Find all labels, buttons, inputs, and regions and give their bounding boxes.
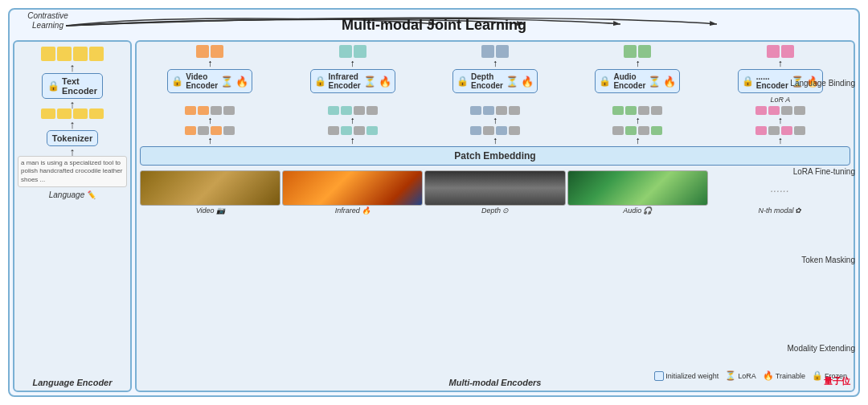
bowtie-icon-depth: ⏳ bbox=[506, 76, 518, 88]
nth-mask-2 bbox=[768, 126, 780, 135]
legend-trainable-label: Trainable bbox=[776, 372, 805, 380]
infrared-lora-2 bbox=[341, 106, 352, 115]
encoder-boxes-row: 🔒 VideoEncoder ⏳ 🔥 🔒 InfraredEncoder ⏳ 🔥 bbox=[140, 69, 850, 93]
lang-block-2 bbox=[57, 47, 72, 61]
language-text: Language bbox=[49, 190, 85, 199]
infrared-lora-4 bbox=[366, 106, 378, 115]
infrared-out-2 bbox=[354, 45, 366, 58]
bowtie-icon-audio: ⏳ bbox=[648, 76, 661, 88]
video-encoder-col: 🔒 VideoEncoder ⏳ 🔥 bbox=[140, 69, 280, 93]
lang-block-4 bbox=[89, 47, 104, 61]
nth-out-2 bbox=[781, 45, 794, 58]
bowtie-icon-video: ⏳ bbox=[220, 76, 233, 88]
audio-encoder-label: AudioEncoder bbox=[613, 72, 645, 90]
tokenizer-box: Tokenizer bbox=[47, 130, 99, 146]
legend-frozen-icon: 🔒 bbox=[812, 370, 823, 381]
nth-thumb-box: ...... N-th modal ✿ bbox=[710, 170, 850, 386]
nth-mask-1 bbox=[755, 126, 767, 135]
video-mask-col bbox=[140, 126, 280, 135]
v-arr-video: ↑ bbox=[140, 58, 280, 69]
page-title: Multi-modal Joint Learning bbox=[342, 17, 526, 34]
infrared-thumb-label: Infrared bbox=[335, 207, 360, 215]
depth-encoder-col: 🔒 DepthEncoder ⏳ 🔥 bbox=[425, 69, 565, 93]
video-encoder-box: 🔒 VideoEncoder ⏳ 🔥 bbox=[167, 69, 252, 93]
video-mask-1 bbox=[185, 126, 196, 135]
audio-lora-3 bbox=[638, 106, 649, 115]
infrared-lora-3 bbox=[354, 106, 365, 115]
video-camera-icon: 📷 bbox=[216, 207, 225, 215]
nth-lora-4 bbox=[794, 106, 805, 115]
output-blocks-row bbox=[140, 45, 850, 58]
video-lora-2 bbox=[198, 106, 209, 115]
audio-out-2 bbox=[638, 45, 651, 58]
fire-icon-audio: 🔥 bbox=[663, 76, 676, 88]
watermark: 量子位 bbox=[824, 375, 850, 387]
depth-encoder-label: DepthEncoder bbox=[471, 72, 503, 90]
language-label: Language ✏️ bbox=[49, 190, 96, 199]
audio-lora-1 bbox=[612, 106, 624, 115]
legend-trainable-icon: 🔥 bbox=[763, 370, 774, 381]
patch-embedding-bar: Patch Embedding bbox=[140, 146, 850, 166]
video-thumb-img bbox=[140, 170, 280, 206]
depth-thumb-box: Depth ⊙ bbox=[424, 170, 565, 386]
fire-icon-depth: 🔥 bbox=[521, 76, 534, 88]
v-arr-nth: ↑ bbox=[710, 58, 850, 69]
lora-feature-row bbox=[140, 106, 850, 115]
depth-mask-3 bbox=[496, 126, 507, 135]
multimodal-panel: ↑ ↑ ↑ ↑ ↑ 🔒 VideoEncoder ⏳ 🔥 bbox=[135, 40, 855, 392]
depth-thumb-img bbox=[424, 170, 565, 206]
video-mask-2 bbox=[198, 126, 209, 135]
depth-out-1 bbox=[481, 45, 494, 58]
legend-lora: ⏳ LoRA bbox=[725, 370, 756, 381]
nth-encoder-label: ......Encoder bbox=[756, 72, 788, 90]
headphone-icon: 🎧 bbox=[643, 207, 652, 215]
lang-feat-3 bbox=[73, 108, 88, 119]
text-encoder-label: TextEncoder bbox=[62, 76, 97, 96]
audio-output-col bbox=[567, 45, 707, 58]
legend-lora-label: LoRA bbox=[738, 372, 756, 380]
video-lora-col bbox=[140, 106, 280, 115]
depth-thumb-label: Depth bbox=[481, 207, 501, 215]
nth-encoder-box: 🔒 ......Encoder ⏳ 🔥 bbox=[738, 69, 823, 93]
infrared-out-1 bbox=[339, 45, 352, 58]
lora-label: LoR A bbox=[770, 96, 790, 104]
lang-output-blocks bbox=[41, 47, 104, 61]
lock-icon-nth: 🔒 bbox=[742, 76, 754, 87]
v-arr-infrared: ↑ bbox=[282, 58, 422, 69]
nth-mask-3 bbox=[781, 126, 792, 135]
lora-label-col: LoR A bbox=[710, 96, 850, 104]
lora-label-row: LoR A bbox=[140, 96, 850, 104]
infrared-thumb-img bbox=[282, 170, 423, 206]
arr3-nth: ↑ bbox=[710, 135, 850, 146]
language-encoder-title: Language Encoder bbox=[32, 378, 112, 387]
nth-mask-4 bbox=[794, 126, 805, 135]
audio-out-1 bbox=[624, 45, 637, 58]
video-thumb-label: Video bbox=[196, 207, 215, 215]
infrared-output-col bbox=[282, 45, 422, 58]
depth-lora-3 bbox=[496, 106, 507, 115]
text-encoder-box: 🔒 TextEncoder bbox=[42, 73, 103, 99]
v-arr-depth: ↑ bbox=[425, 58, 565, 69]
nth-lora-1 bbox=[755, 106, 767, 115]
depth-lora-4 bbox=[509, 106, 520, 115]
infrared-mask-2 bbox=[341, 126, 352, 135]
nth-icon: ✿ bbox=[795, 207, 801, 215]
nth-out-1 bbox=[767, 45, 780, 58]
lang-block-3 bbox=[73, 47, 88, 61]
tokenizer-label: Tokenizer bbox=[52, 133, 93, 143]
lock-icon-video: 🔒 bbox=[171, 76, 183, 87]
video-out-1 bbox=[196, 45, 209, 58]
legend-trainable: 🔥 Trainable bbox=[763, 370, 805, 381]
lang-arrow-up3: ↑ bbox=[70, 121, 76, 129]
fire-thumb-icon: 🔥 bbox=[362, 207, 371, 215]
lock-icon-infrared: 🔒 bbox=[314, 76, 326, 87]
audio-mask-2 bbox=[625, 126, 637, 135]
infrared-mask-col bbox=[282, 126, 422, 135]
video-thumb-box: Video 📷 bbox=[140, 170, 280, 386]
arr2-audio: ↑ bbox=[567, 115, 707, 126]
audio-encoder-col: 🔒 AudioEncoder ⏳ 🔥 bbox=[567, 69, 707, 93]
nth-output-col bbox=[710, 45, 850, 58]
audio-lora-2 bbox=[625, 106, 637, 115]
depth-lora-col bbox=[425, 106, 565, 115]
audio-thumb-box: Audio 🎧 bbox=[567, 170, 708, 386]
